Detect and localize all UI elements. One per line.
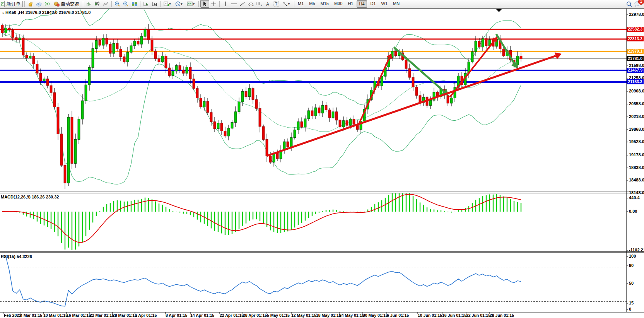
zoom-out-button[interactable] (122, 0, 130, 7)
time-axis-label: 22 Apr 01:15 (220, 313, 244, 318)
candle-body (290, 138, 292, 147)
time-axis-label: 28 Jun 01:15 (490, 313, 514, 318)
timeframe-bar: M1M5M15M30H1H4D1W1MN (296, 0, 401, 8)
candle-body (113, 43, 115, 53)
candle-body (325, 106, 327, 110)
chart-window-icon (1, 0, 4, 7)
candle-body (161, 56, 164, 62)
candle-body (353, 119, 355, 124)
text-label-tool-button[interactable]: T (272, 0, 280, 7)
timeframe-button-d1[interactable]: D1 (369, 0, 378, 7)
timeframe-button-mn[interactable]: MN (391, 0, 401, 7)
candle-body (339, 120, 341, 127)
chart-window[interactable]: ▸ HK50-,H4 21676.0 21843.0 21676.0 21781… (0, 8, 644, 318)
time-axis-label: 18 May 01:15 (316, 313, 341, 318)
trendline-tool-button[interactable] (238, 0, 246, 7)
timeframe-button-h1[interactable]: H1 (346, 0, 355, 7)
candle-body (39, 74, 42, 81)
timeframe-button-m5[interactable]: M5 (307, 0, 317, 7)
signal-icon[interactable] (43, 0, 51, 7)
horizontal-line-tool-button[interactable] (230, 0, 238, 7)
time-axis-label: 14 Apr 01:15 (190, 313, 214, 318)
chart-shift-icon (152, 2, 157, 7)
candlestick-mode-button[interactable] (93, 0, 101, 7)
svg-text:F: F (261, 4, 262, 7)
candle-body (92, 49, 94, 68)
price-tick-label: 19178.0 (629, 152, 644, 157)
tile-windows-button[interactable] (130, 0, 138, 7)
candle-body (57, 107, 59, 134)
candle-body (71, 117, 73, 163)
price-tick-label: 19528.0 (629, 139, 644, 144)
timeframe-button-h4[interactable]: H4 (357, 0, 367, 8)
line-chart-mode-button[interactable] (102, 0, 110, 7)
svg-text:T: T (275, 2, 277, 6)
gold-bar-icon (27, 2, 34, 7)
candle-body (276, 153, 278, 159)
candle-body (88, 67, 91, 85)
symbol-period-label: HK50-,H4 (5, 10, 24, 15)
candle-body (328, 110, 331, 118)
vertical-line-tool-button[interactable] (221, 0, 229, 7)
candle-body (29, 56, 31, 58)
time-axis-label: 6 Jun 01:15 (387, 313, 409, 318)
rsi-tick-label: 80 (629, 263, 634, 268)
candle-body (19, 38, 21, 40)
templates-button[interactable]: ▼ (185, 0, 197, 7)
chart-shift-button[interactable] (150, 0, 159, 7)
candle-body (64, 165, 66, 183)
candlestick-icon (94, 1, 100, 7)
bar-chart-mode-button[interactable] (85, 0, 93, 7)
fibonacci-tool-button[interactable]: F (255, 0, 263, 7)
cursor-tool-button[interactable] (200, 0, 209, 8)
periods-button[interactable]: ▼ (173, 0, 185, 7)
candle-body (335, 112, 338, 120)
chat-button[interactable]: 1 (634, 0, 642, 7)
price-level-badge: 21979.1 (627, 49, 644, 54)
candle-body (447, 95, 449, 103)
candle-body (12, 30, 14, 38)
separator (83, 1, 83, 7)
candle-body (266, 139, 268, 156)
candle-body (74, 139, 77, 163)
timeframe-button-m30[interactable]: M30 (332, 0, 344, 7)
price-tick-label: 18838.0 (629, 165, 644, 170)
indicators-button[interactable]: ▼ (162, 0, 173, 7)
candle-body (412, 77, 414, 87)
time-axis-label: 16 Mar 01:15 (67, 313, 91, 318)
horizontal-line-icon (231, 2, 237, 6)
candle-body (203, 101, 205, 107)
candle-body (255, 99, 258, 108)
auto-trading-button[interactable]: 自动交易 (52, 1, 81, 7)
rsi-indicator-label: RSI(15) 54.3226 (1, 254, 32, 259)
chevron-down-icon: ▼ (180, 2, 183, 6)
candle-body (311, 111, 313, 116)
cloud-publish-icon[interactable] (35, 0, 43, 7)
candle-body (450, 98, 453, 103)
candle-body (220, 123, 223, 131)
candle-body (349, 119, 352, 125)
new-order-button[interactable]: 新订单 (4, 1, 23, 7)
search-button[interactable] (625, 0, 633, 7)
candle-body (297, 122, 299, 130)
timeframe-button-m1[interactable]: M1 (296, 0, 306, 7)
candle-body (22, 38, 24, 55)
equidistant-channel-tool-button[interactable]: E (247, 0, 255, 7)
zoom-in-button[interactable] (113, 0, 121, 7)
trend-arrow-line[interactable] (359, 58, 389, 124)
gold-instrument-icon[interactable] (26, 0, 34, 7)
candle-body (245, 91, 247, 96)
arrows-tool-button[interactable]: ▼ (281, 0, 292, 7)
candle-body (1, 25, 3, 33)
text-tool-button[interactable]: A (264, 0, 272, 7)
timeframe-button-m15[interactable]: M15 (319, 0, 331, 7)
timeframe-button-w1[interactable]: W1 (379, 0, 390, 7)
auto-scroll-button[interactable] (142, 0, 150, 7)
time-axis-label: 4 Mar 01:15 (20, 313, 42, 318)
crosshair-tool-button[interactable] (210, 0, 218, 7)
candle-body (395, 51, 397, 55)
candle-body (99, 41, 101, 45)
candle-body (158, 58, 160, 62)
candle-body (109, 44, 111, 53)
chart-fragment-icon (1, 2, 4, 6)
